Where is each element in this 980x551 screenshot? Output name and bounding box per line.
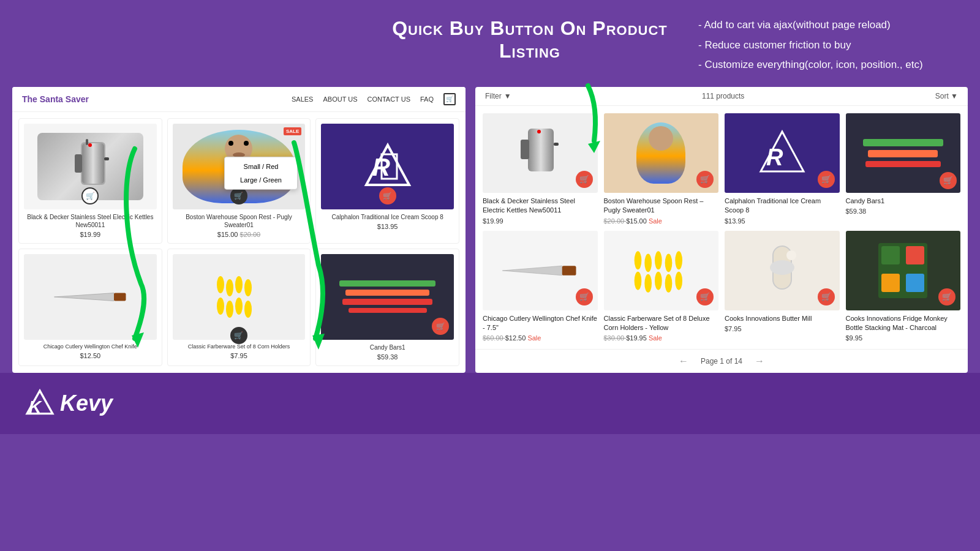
quick-buy-button[interactable]: 🛒 (576, 288, 593, 305)
nav-contact[interactable]: CONTACT US (367, 96, 410, 103)
svg-point-10 (226, 279, 233, 296)
sale-price: $19.95 (626, 334, 649, 342)
svg-rect-8 (114, 293, 126, 301)
quick-buy-button[interactable]: 🛒 (230, 327, 247, 344)
original-price: $30.00 (604, 334, 627, 342)
product-name: Black & Decker Stainless Steel Electric … (24, 213, 157, 229)
cart-icon[interactable]: 🛒 (443, 93, 456, 105)
svg-rect-42 (906, 246, 924, 264)
kevy-logo-icon: K (24, 388, 55, 419)
product-image: 🛒 (604, 231, 719, 310)
feature-3: - Customize everything(color, icon, posi… (698, 56, 956, 75)
banner-title: Quick Buy Button On Product Listing (361, 11, 698, 62)
svg-point-11 (235, 276, 243, 293)
svg-rect-1 (82, 143, 104, 184)
footer: K Kevy (0, 373, 980, 434)
top-banner: Quick Buy Button On Product Listing - Ad… (0, 0, 980, 87)
next-page-button[interactable]: → (755, 356, 764, 367)
right-toolbar: Filter ▼ 111 products Sort ▼ (475, 87, 968, 106)
right-products-grid: 🛒 Black & Decker Stainless Steel Electri… (475, 106, 968, 350)
product-name: Calphalon Traditional Ice Cream Scoop 8 (321, 213, 454, 221)
svg-rect-26 (562, 266, 576, 276)
product-card: 🛒 Classic Farberware Set of 8 Corn Holde… (167, 249, 311, 366)
product-image: R 🛒 (321, 124, 454, 209)
product-image: SALE Small / Red Large / Green 🛒 (173, 124, 306, 209)
product-name: Chicago Cutlery Wellington Chef Knife (24, 343, 157, 351)
svg-point-9 (217, 276, 224, 293)
product-image: 🛒 (846, 113, 961, 193)
sort-label: Sort (935, 92, 949, 100)
kevy-logo: K Kevy (24, 388, 113, 419)
original-price: $20.00 (240, 231, 261, 238)
product-card: 🛒 Chicago Cutlery Wellington Chef Knife … (483, 231, 598, 342)
nav-about[interactable]: ABOUT US (323, 96, 357, 103)
svg-point-34 (655, 271, 662, 290)
main-content: The Santa Saver SALES ABOUT US CONTACT U… (0, 87, 980, 373)
quick-buy-button[interactable]: 🛒 (230, 187, 247, 204)
sort-button[interactable]: Sort ▼ (935, 92, 958, 100)
variant-small-red[interactable]: Small / Red (227, 160, 295, 173)
filter-button[interactable]: Filter ▼ (485, 92, 511, 100)
svg-rect-41 (881, 246, 900, 264)
product-image: 🛒 (321, 254, 454, 340)
product-name: Boston Warehouse Spoon Rest - Pugly Swea… (173, 213, 306, 229)
product-card: 🛒 Candy Bars1 $59.38 (846, 113, 961, 225)
sale-badge: SALE (284, 127, 301, 135)
quick-buy-button[interactable]: 🛒 (379, 187, 396, 204)
product-price: $59.38 (321, 353, 454, 361)
product-name: Candy Bars1 (846, 197, 961, 206)
product-image: 🛒 (725, 231, 840, 310)
svg-point-28 (645, 253, 652, 272)
product-name: Classic Farberware Set of 8 Deluxe Corn … (604, 314, 719, 333)
product-price: $19.99 (24, 231, 157, 238)
quick-buy-button[interactable]: 🛒 (432, 318, 449, 335)
product-price: $60.00 $12.50 Sale (483, 334, 598, 342)
quick-buy-button[interactable]: 🛒 (940, 172, 957, 189)
quick-buy-button[interactable]: 🛒 (576, 171, 593, 188)
product-card: 🛒 Classic Farberware Set of 8 Deluxe Cor… (604, 231, 719, 342)
product-name: Boston Warehouse Spoon Rest – Pugly Swea… (604, 197, 719, 216)
shop-left: The Santa Saver SALES ABOUT US CONTACT U… (12, 87, 466, 373)
nav-faq[interactable]: FAQ (420, 96, 434, 103)
product-price: $7.95 (173, 352, 306, 359)
sale-tag: Sale (649, 217, 662, 225)
quick-buy-button[interactable]: 🛒 (696, 171, 714, 188)
svg-point-5 (88, 143, 92, 147)
sale-price: $15.00 (217, 231, 238, 238)
svg-point-33 (645, 274, 652, 292)
product-card: R 🛒 Calphalon Traditional Ice Cream Scoo… (315, 118, 459, 244)
svg-point-15 (235, 298, 243, 315)
svg-point-38 (770, 260, 794, 275)
svg-point-16 (244, 301, 252, 318)
svg-point-14 (226, 301, 233, 318)
svg-rect-43 (881, 274, 900, 292)
product-name: Cooks Innovations Butter Mill (725, 314, 840, 323)
right-arrow-overlay (551, 87, 625, 153)
original-price: $60.00 (483, 334, 505, 342)
product-name: Classic Farberware Set of 8 Corn Holders (173, 343, 306, 351)
product-image: 🛒 (483, 231, 598, 310)
prev-page-button[interactable]: ← (679, 356, 688, 367)
product-price: $12.50 (24, 352, 157, 359)
svg-point-27 (635, 251, 642, 269)
quick-buy-button[interactable]: 🛒 (696, 288, 714, 305)
svg-point-23 (537, 130, 541, 133)
product-name: Cooks Innovations Fridge Monkey Bottle S… (846, 314, 961, 333)
variant-large-green[interactable]: Large / Green (227, 173, 295, 187)
svg-rect-2 (75, 154, 82, 173)
shop-brand: The Santa Saver (22, 94, 89, 104)
nav-sales[interactable]: SALES (292, 96, 313, 103)
quick-buy-button[interactable]: 🛒 (818, 288, 835, 305)
product-price: $15.00 $20.00 (173, 231, 306, 238)
quick-buy-button[interactable]: 🛒 (81, 187, 99, 204)
kevy-logo-text: Kevy (60, 391, 113, 416)
original-price: $20.00 (604, 217, 627, 225)
svg-point-29 (655, 251, 662, 269)
svg-point-36 (676, 271, 683, 290)
product-price: $9.95 (846, 334, 961, 342)
svg-point-39 (786, 250, 796, 260)
quick-buy-button[interactable]: 🛒 (818, 171, 835, 188)
product-image: 🛒 (846, 231, 961, 310)
quick-buy-button[interactable]: 🛒 (938, 288, 956, 305)
svg-text:R: R (372, 154, 390, 181)
